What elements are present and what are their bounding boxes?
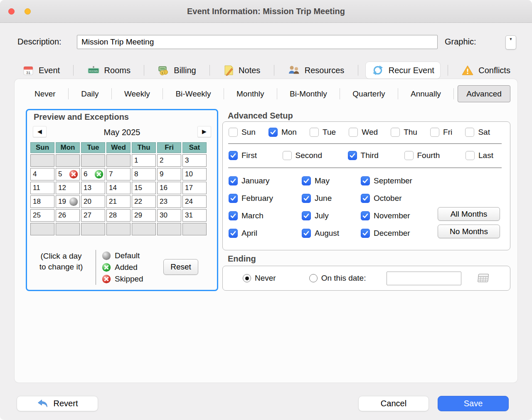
checkbox-september[interactable]	[361, 176, 370, 185]
recurrence-tab-monthly[interactable]: Monthly	[228, 85, 273, 102]
graphic-dropdown[interactable]: ▼	[505, 35, 516, 49]
tab-recur-event[interactable]: Recur Event	[366, 62, 440, 79]
checkbox-october[interactable]	[361, 194, 370, 203]
calendar-day-14[interactable]: 14	[106, 182, 131, 194]
calendar-day-6[interactable]: 6	[81, 168, 105, 180]
calendar-day-12[interactable]: 12	[56, 182, 80, 194]
recurrence-tab-bi-monthly[interactable]: Bi-Monthly	[281, 85, 336, 102]
calendar-day-16[interactable]: 16	[157, 182, 181, 194]
check-item-june[interactable]: June	[302, 192, 339, 205]
calendar-day-21[interactable]: 21	[106, 195, 131, 208]
checkbox-first[interactable]	[229, 151, 238, 160]
ending-date-input[interactable]	[387, 272, 461, 285]
checkbox-march[interactable]	[229, 211, 238, 220]
checkbox-mon[interactable]	[268, 128, 278, 137]
calendar-day-29[interactable]: 29	[132, 209, 156, 222]
checkbox-june[interactable]	[302, 194, 311, 203]
calendar-day-26[interactable]: 26	[56, 209, 80, 222]
checkbox-august[interactable]	[302, 229, 311, 238]
tab-resources[interactable]: Resources	[282, 62, 350, 79]
tab-conflicts[interactable]: Conflicts	[456, 62, 516, 79]
check-item-fourth[interactable]: Fourth	[404, 151, 440, 160]
calendar-day-11[interactable]: 11	[30, 182, 54, 194]
calendar-next-month-button[interactable]: ▶	[197, 126, 211, 137]
tab-billing[interactable]: $Billing	[152, 62, 202, 79]
minimize-button[interactable]	[25, 8, 31, 15]
ending-option-never[interactable]: Never	[243, 274, 276, 283]
calendar-day-1[interactable]: 1	[132, 154, 156, 167]
recurrence-tab-bi-weekly[interactable]: Bi-Weekly	[167, 85, 219, 102]
tab-rooms[interactable]: ROOMSRooms	[81, 62, 136, 79]
check-item-april[interactable]: April	[229, 227, 273, 240]
calendar-day-24[interactable]: 24	[182, 195, 207, 208]
checkbox-sun[interactable]	[229, 128, 238, 137]
recurrence-tab-annually[interactable]: Annually	[402, 85, 450, 102]
reset-button[interactable]: Reset	[163, 259, 198, 275]
check-item-march[interactable]: March	[229, 210, 273, 222]
checkbox-fri[interactable]	[430, 128, 439, 137]
checkbox-thu[interactable]	[391, 128, 400, 137]
checkbox-sat[interactable]	[465, 128, 474, 137]
description-input[interactable]	[77, 35, 438, 49]
check-item-february[interactable]: February	[229, 192, 273, 205]
calendar-day-9[interactable]: 9	[157, 168, 181, 180]
calendar-day-10[interactable]: 10	[182, 168, 207, 180]
calendar-day-20[interactable]: 20	[81, 195, 105, 208]
checkbox-april[interactable]	[229, 229, 238, 238]
cancel-button[interactable]: Cancel	[358, 396, 429, 411]
calendar-day-15[interactable]: 15	[132, 182, 156, 194]
calendar-day-17[interactable]: 17	[182, 182, 207, 194]
check-item-sat[interactable]: Sat	[465, 128, 490, 137]
checkbox-wed[interactable]	[349, 128, 358, 137]
ending-option-on-this-date[interactable]: On this date:	[309, 274, 366, 283]
checkbox-january[interactable]	[229, 176, 238, 185]
recurrence-tab-quarterly[interactable]: Quarterly	[344, 85, 394, 102]
check-item-january[interactable]: January	[229, 175, 273, 187]
checkbox-last[interactable]	[466, 151, 475, 160]
revert-button[interactable]: Revert	[17, 396, 98, 411]
checkbox-third[interactable]	[348, 151, 357, 160]
check-item-last[interactable]: Last	[466, 151, 493, 160]
recurrence-tab-daily[interactable]: Daily	[72, 85, 107, 102]
check-item-mon[interactable]: Mon	[268, 128, 297, 137]
radio-never[interactable]	[243, 274, 251, 282]
calendar-day-7[interactable]: 7	[106, 168, 131, 180]
checkbox-second[interactable]	[283, 151, 292, 160]
calendar-day-23[interactable]: 23	[157, 195, 181, 208]
calendar-day-18[interactable]: 18	[30, 195, 54, 208]
no-months-button[interactable]: No Months	[438, 225, 500, 238]
check-item-fri[interactable]: Fri	[430, 128, 452, 137]
check-item-wed[interactable]: Wed	[349, 128, 378, 137]
check-item-third[interactable]: Third	[348, 151, 379, 160]
check-item-december[interactable]: December	[361, 227, 412, 240]
check-item-tue[interactable]: Tue	[310, 128, 336, 137]
calendar-day-31[interactable]: 31	[182, 209, 207, 222]
checkbox-tue[interactable]	[310, 128, 319, 137]
recurrence-tab-never[interactable]: Never	[26, 85, 64, 102]
check-item-sun[interactable]: Sun	[229, 128, 256, 137]
checkbox-february[interactable]	[229, 194, 238, 203]
checkbox-december[interactable]	[361, 229, 370, 238]
radio-on-this-date[interactable]	[309, 274, 318, 282]
save-button[interactable]: Save	[438, 396, 509, 411]
calendar-day-3[interactable]: 3	[182, 154, 207, 167]
check-item-july[interactable]: July	[302, 210, 339, 222]
calendar-day-8[interactable]: 8	[132, 168, 156, 180]
calendar-day-25[interactable]: 25	[30, 209, 54, 222]
check-item-october[interactable]: October	[361, 192, 412, 205]
close-button[interactable]	[8, 8, 15, 15]
tab-event[interactable]: 31Event	[17, 62, 66, 79]
check-item-second[interactable]: Second	[283, 151, 322, 160]
recurrence-tab-advanced[interactable]: Advanced	[458, 85, 510, 102]
calendar-day-19[interactable]: 19	[56, 195, 80, 208]
tab-notes[interactable]: Notes	[217, 62, 266, 79]
calendar-day-22[interactable]: 22	[132, 195, 156, 208]
check-item-november[interactable]: November	[361, 210, 412, 222]
calendar-day-13[interactable]: 13	[81, 182, 105, 194]
checkbox-may[interactable]	[302, 176, 311, 185]
calendar-day-2[interactable]: 2	[157, 154, 181, 167]
check-item-first[interactable]: First	[229, 151, 257, 160]
calendar-day-4[interactable]: 4	[30, 168, 54, 180]
check-item-thu[interactable]: Thu	[391, 128, 417, 137]
all-months-button[interactable]: All Months	[438, 207, 500, 221]
